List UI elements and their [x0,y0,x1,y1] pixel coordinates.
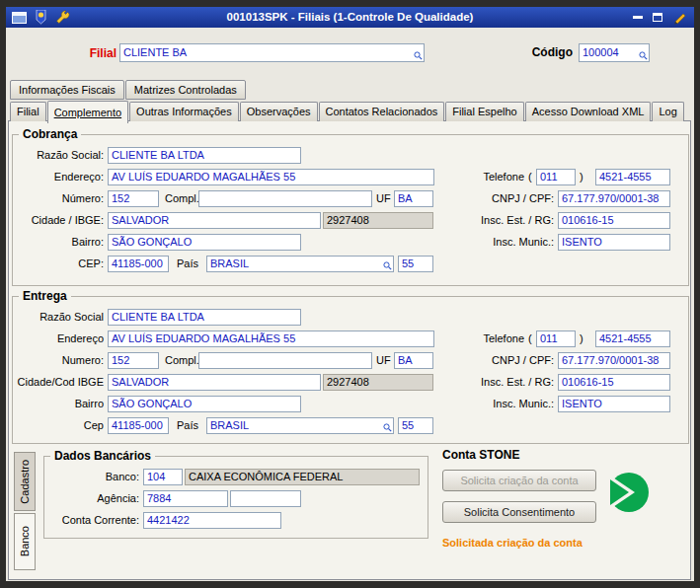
side-tab-cadastro[interactable]: Cadastro [14,452,36,511]
numero-label: Número: [13,192,104,204]
bairro-label: Bairro: [13,236,104,248]
lookup-icon[interactable] [639,51,648,60]
bairro-field[interactable]: SÃO GONÇALO [108,396,301,412]
telefone-field[interactable]: 4521-4555 [595,169,670,185]
cnpj-label: CNPJ / CPF: [408,354,554,366]
numero-field[interactable]: 152 [108,190,159,207]
pais-field[interactable]: BRASIL [206,417,394,434]
insc-mun-label: Insc. Munic.: [408,236,554,248]
field-text: 2927408 [327,376,369,388]
codigo-field[interactable]: 100004 [579,43,650,62]
dados-bancarios-group: Dados Bancários Banco: 104 CAIXA ECONÔMI… [43,456,428,539]
tab-matrizes-controladas[interactable]: Matrizes Controladas [125,80,246,100]
solicita-criacao-button[interactable]: Solicita criação da conta [442,470,596,491]
field-text: CLIENTE BA LTDA [112,311,204,323]
bairro-field[interactable]: SÃO GONÇALO [108,234,301,251]
cnpj-label: CNPJ / CPF: [408,192,554,204]
side-tab-banco[interactable]: Banco [14,513,36,570]
ddi-field[interactable]: 55 [398,256,433,272]
uf-label: UF [376,192,392,204]
stone-status-text: Solicitada criação da conta [442,537,583,549]
tab-outras-informacoes[interactable]: Outras Informações [129,102,239,121]
cnpj-field[interactable]: 67.177.970/0001-38 [558,352,670,369]
ddd-field[interactable]: 011 [536,331,576,347]
field-text: SÃO GONÇALO [112,398,192,409]
tab-observacoes[interactable]: Observações [240,102,318,121]
cep-field[interactable]: 41185-000 [108,256,169,272]
razao-social-field[interactable]: CLIENTE BA LTDA [108,147,301,164]
insc-mun-field[interactable]: ISENTO [558,234,670,251]
field-text: 4521-4555 [599,171,652,183]
minimize-icon[interactable] [633,16,643,19]
lookup-icon[interactable] [383,261,392,270]
agencia-field[interactable]: 7884 [143,490,228,507]
tab-complemento[interactable]: Complemento [47,101,128,123]
paren-open: ( [528,171,536,183]
field-text: 67.177.970/0001-38 [562,192,659,204]
conta-corrente-field[interactable]: 4421422 [143,512,281,529]
compl-field[interactable] [198,352,372,369]
insc-est-field[interactable]: 010616-15 [558,212,670,229]
tab-filial-espelho[interactable]: Filial Espelho [445,102,523,121]
insc-est-field[interactable]: 010616-15 [558,374,670,391]
main-tabstrip: Filial Complemento Outras Informações Ob… [10,101,685,121]
field-text: 104 [147,471,165,482]
field-text: 67.177.970/0001-38 [562,354,659,366]
dados-bancarios-legend: Dados Bancários [50,449,155,463]
field-text: 4521-4555 [599,332,652,344]
field-text: AV LUÍS EDUARDO MAGALHÃES 55 [112,332,295,344]
field-text: ISENTO [562,236,602,248]
pais-field[interactable]: BRASIL [206,256,394,272]
cnpj-field[interactable]: 67.177.970/0001-38 [558,190,670,207]
field-text: 41185-000 [112,419,163,431]
agencia-digito-field[interactable] [230,490,301,507]
field-text: ISENTO [562,398,602,409]
field-text: CAIXA ECONÔMICA FEDERAL [189,471,343,482]
lookup-icon[interactable] [414,51,423,60]
razao-social-field[interactable]: CLIENTE BA LTDA [108,309,301,326]
window-icon[interactable] [12,12,27,24]
field-text: 55 [402,257,414,269]
field-text: CLIENTE BA LTDA [112,149,204,161]
tab-acesso-download-xml[interactable]: Acesso Download XML [525,102,652,121]
stone-logo-icon [604,470,650,515]
field-text: 152 [112,192,129,204]
banco-codigo-field[interactable]: 104 [143,469,183,485]
bairro-label: Bairro [13,398,104,409]
razao-social-label: Razão Social: [13,149,104,161]
solicita-consentimento-button[interactable]: Solicita Consentimento [442,501,596,523]
tab-filial[interactable]: Filial [10,102,46,121]
compl-label: Compl. [165,192,200,204]
tab-contatos-relacionados[interactable]: Contatos Relacionados [319,102,445,121]
insc-mun-field[interactable]: ISENTO [558,396,670,412]
badge-icon[interactable] [35,10,47,25]
filial-field[interactable]: CLIENTE BA [119,43,425,62]
endereco-label: Endereço: [13,171,104,183]
ddi-field[interactable]: 55 [398,417,433,434]
tab-informacoes-fiscais[interactable]: Informações Fiscais [10,80,124,100]
endereco-field[interactable]: AV LUÍS EDUARDO MAGALHÃES 55 [108,331,434,347]
tab-log[interactable]: Log [652,102,683,121]
cep-field[interactable]: 41185-000 [108,417,169,434]
field-text: 2927408 [327,214,369,226]
entrega-legend: Entrega [19,289,71,303]
field-text: 100004 [583,46,619,58]
wrench-icon[interactable] [55,10,70,25]
maximize-icon[interactable] [653,13,662,22]
edit-pencil-icon[interactable] [672,10,687,25]
cep-label: CEP: [13,257,104,269]
field-text: 7884 [147,492,171,504]
ddd-field[interactable]: 011 [536,169,576,185]
numero-field[interactable]: 152 [108,352,159,369]
lookup-icon[interactable] [383,423,392,432]
cidade-field[interactable]: SALVADOR [108,212,321,229]
cep-label: Cep [13,419,104,431]
field-text: 55 [402,419,414,431]
field-text: 4421422 [147,514,190,526]
app-window: 001013SPK - Filiais (1-Controle De Quali… [0,0,700,588]
compl-field[interactable] [198,190,372,207]
telefone-field[interactable]: 4521-4555 [595,331,670,347]
field-text: BRASIL [210,257,249,269]
endereco-field[interactable]: AV LUÍS EDUARDO MAGALHÃES 55 [108,169,434,185]
cidade-field[interactable]: SALVADOR [108,374,321,391]
